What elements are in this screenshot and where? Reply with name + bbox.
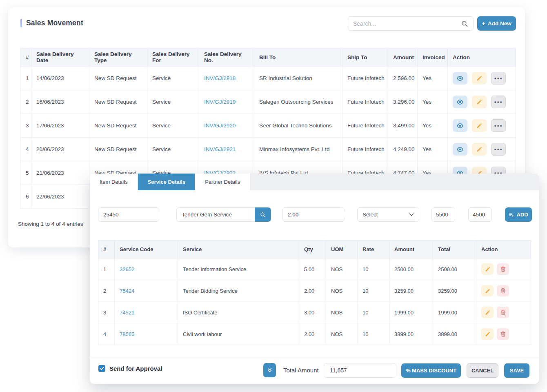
collapse-button[interactable] <box>263 363 276 377</box>
edit-button[interactable] <box>481 285 494 296</box>
cell-for: Service <box>147 90 199 114</box>
save-button[interactable]: SAVE <box>504 363 529 378</box>
rate-input[interactable] <box>431 207 455 222</box>
eye-icon <box>457 123 463 129</box>
cell-service: Tender Information Service <box>178 258 299 280</box>
cell-amount: 3,499.00 <box>388 114 418 138</box>
edit-button[interactable] <box>481 328 494 340</box>
uom-select[interactable]: Select <box>357 207 419 222</box>
cell-action <box>476 258 531 280</box>
col-service: Service <box>178 241 299 258</box>
pencil-icon <box>476 99 482 105</box>
trash-icon <box>500 310 506 315</box>
view-button[interactable] <box>453 72 467 85</box>
cell-no[interactable]: INV/GJ/2918 <box>199 67 254 90</box>
edit-button[interactable] <box>472 72 487 85</box>
cell-service-code[interactable]: 75424 <box>115 280 178 302</box>
delete-button[interactable] <box>497 328 509 340</box>
edit-button[interactable] <box>472 143 487 156</box>
pencil-icon <box>485 288 490 294</box>
col-date: Sales Delivery Date <box>31 48 89 67</box>
total-amount-input[interactable] <box>324 363 396 378</box>
pencil-icon <box>485 310 490 315</box>
service-name-input[interactable] <box>176 207 255 222</box>
edit-button[interactable] <box>472 119 487 132</box>
col-invoiced: Invoiced <box>418 48 448 67</box>
cell-amount: 3899.00 <box>389 323 433 345</box>
total-amount-label: Total Amount <box>283 367 319 374</box>
send-for-approval-checkbox[interactable]: Send for Approval <box>98 365 162 372</box>
uom-select-value: Select <box>362 212 378 218</box>
edit-button[interactable] <box>472 96 487 108</box>
sales-delivery-details-modal: Item Details Service Details Partner Det… <box>90 174 539 384</box>
cell-no[interactable]: INV/GJ/2919 <box>199 90 254 114</box>
cell-num: 1 <box>21 67 31 90</box>
edit-button[interactable] <box>481 263 494 275</box>
add-service-button[interactable]: ADD <box>505 207 532 222</box>
modal-footer: Send for Approval Total Amount % MASS DI… <box>90 357 539 384</box>
cell-num: 2 <box>21 90 31 114</box>
delete-button[interactable] <box>497 285 509 296</box>
more-actions-button[interactable]: ●●● <box>491 96 506 108</box>
more-actions-button[interactable]: ●●● <box>491 119 506 132</box>
col-num: # <box>98 241 115 258</box>
col-action: Action <box>448 48 516 67</box>
service-details-table: # Service Code Service Qty UOM Rate Amou… <box>98 240 531 345</box>
search-icon[interactable] <box>461 20 468 27</box>
pencil-icon <box>476 76 482 81</box>
table-row: 4 78565 Civil work labour 2.00 NOS 10 38… <box>98 323 531 345</box>
add-service-form: Select ADD <box>90 207 539 222</box>
more-actions-button[interactable]: ●●● <box>491 143 506 156</box>
cell-ship-to: Future Infotech <box>342 67 388 90</box>
cell-total: 3259.00 <box>433 280 476 302</box>
tab-item-details[interactable]: Item Details <box>90 174 138 190</box>
tab-partner-details[interactable]: Partner Details <box>195 174 250 190</box>
search-box <box>348 16 474 31</box>
cell-for: Service <box>147 114 199 138</box>
cell-service-code[interactable]: 32652 <box>115 258 178 280</box>
delete-button[interactable] <box>497 263 509 275</box>
more-actions-button[interactable]: ●●● <box>491 72 506 85</box>
view-button[interactable] <box>453 96 467 108</box>
cell-invoiced: Yes <box>418 67 448 90</box>
plus-icon: + <box>482 20 485 27</box>
cell-no[interactable]: INV/GJ/2920 <box>199 114 254 138</box>
cell-bill-to: Salegen Outsourcing Services <box>254 90 342 114</box>
cell-num: 3 <box>98 302 115 323</box>
add-new-button[interactable]: + Add New <box>477 16 516 31</box>
cell-invoiced: Yes <box>418 90 448 114</box>
delete-button[interactable] <box>497 307 509 318</box>
search-input[interactable] <box>353 20 461 27</box>
trash-icon <box>500 331 506 337</box>
service-table-header: # Service Code Service Qty UOM Rate Amou… <box>98 241 531 258</box>
amount-input[interactable] <box>468 207 492 222</box>
cell-bill-to: Seer Global Techno Solutions <box>254 114 342 138</box>
cell-action: ●●● <box>448 90 516 114</box>
cell-amount: 1999.00 <box>389 302 433 323</box>
qty-input-wrap <box>282 207 345 222</box>
service-search-button[interactable] <box>255 207 271 222</box>
cell-action <box>476 323 531 345</box>
cell-service-code[interactable]: 74521 <box>115 302 178 323</box>
table-row: 3 17/06/2023 New SD Request Service INV/… <box>21 114 516 138</box>
cell-service-code[interactable]: 78565 <box>115 323 178 345</box>
cancel-button[interactable]: CANCEL <box>467 363 498 378</box>
cell-service: Tender Bidding Service <box>178 280 299 302</box>
cell-invoiced: Yes <box>418 138 448 161</box>
cell-amount: 3259.00 <box>389 280 433 302</box>
col-qty: Qty <box>299 241 326 258</box>
ellipsis-icon: ●●● <box>494 147 503 151</box>
view-button[interactable] <box>453 119 467 132</box>
tab-service-details[interactable]: Service Details <box>138 174 196 190</box>
qty-input[interactable] <box>288 212 360 218</box>
edit-button[interactable] <box>481 307 494 318</box>
view-button[interactable] <box>453 143 467 156</box>
mass-discount-button[interactable]: % MASS DISCOUNT <box>401 363 461 378</box>
cell-ship-to: Future Infotech <box>342 114 388 138</box>
cell-no[interactable]: INV/GJ/2921 <box>199 138 254 161</box>
cell-ship-to: Future Infotech <box>342 90 388 114</box>
service-code-input[interactable] <box>98 207 159 222</box>
eye-icon <box>457 99 463 105</box>
playlist-add-icon <box>509 212 514 218</box>
pencil-icon <box>485 332 490 337</box>
